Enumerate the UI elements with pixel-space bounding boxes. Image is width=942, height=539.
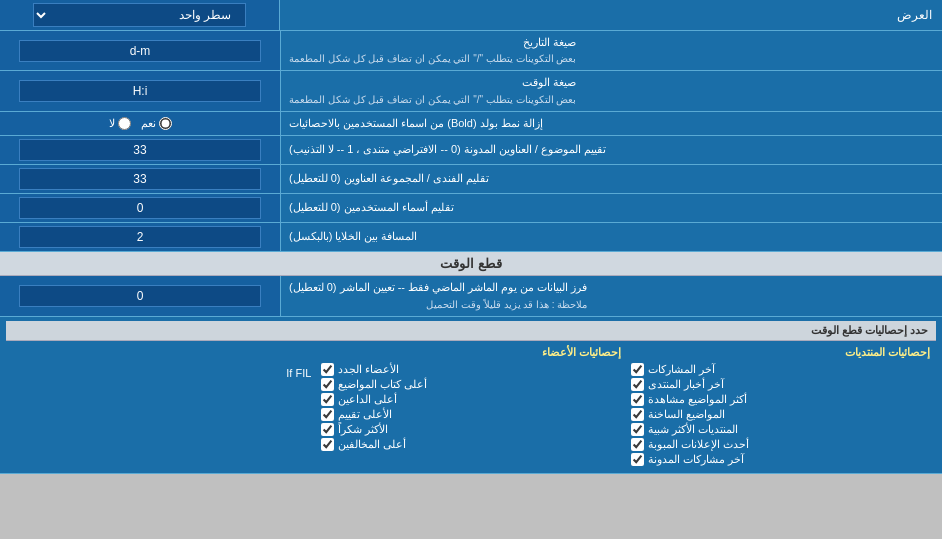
cb-top-inviters-input[interactable] bbox=[321, 393, 334, 406]
cut-time-row: فرز البيانات من يوم الماشر الماضي فقط --… bbox=[0, 276, 942, 316]
cb-top-violators: أعلى المخالفين bbox=[321, 437, 620, 452]
topic-order-row: تقييم الموضوع / العناوين المدونة (0 -- ا… bbox=[0, 136, 942, 165]
col-forums: إحصائيات المنتديات آخر المشاركات آخر أخب… bbox=[631, 346, 930, 467]
bold-remove-radio-cell: نعم لا bbox=[0, 112, 280, 135]
cb-most-viewed-input[interactable] bbox=[631, 393, 644, 406]
cell-spacing-label: المسافة بين الخلايا (بالبكسل) bbox=[280, 223, 942, 251]
date-format-input-cell bbox=[0, 31, 280, 70]
cut-time-input-cell bbox=[0, 276, 280, 315]
cell-spacing-row: المسافة بين الخلايا (بالبكسل) bbox=[0, 223, 942, 252]
cb-top-posters: أعلى كتاب المواضيع bbox=[321, 377, 620, 392]
time-format-input-cell bbox=[0, 71, 280, 110]
cb-forum-news-input[interactable] bbox=[631, 378, 644, 391]
forum-group-input[interactable] bbox=[19, 168, 260, 190]
cb-new-members-input[interactable] bbox=[321, 363, 334, 376]
radio-yes-label[interactable]: نعم bbox=[141, 117, 172, 130]
cb-ads-input[interactable] bbox=[631, 438, 644, 451]
cb-top-rated: الأعلى تقييم bbox=[321, 407, 620, 422]
cell-spacing-input-cell bbox=[0, 223, 280, 251]
cb-most-thanked-input[interactable] bbox=[321, 423, 334, 436]
cb-last-posts: آخر المشاركات bbox=[631, 362, 930, 377]
user-names-row: تقليم أسماء المستخدمين (0 للتعطيل) bbox=[0, 194, 942, 223]
forum-group-row: تقليم الفندى / المجموعة العناوين (0 للتع… bbox=[0, 165, 942, 194]
cut-section-header: قطع الوقت bbox=[0, 252, 942, 276]
cb-hot-topics: المواضيع الساخنة bbox=[631, 407, 930, 422]
cb-top-violators-input[interactable] bbox=[321, 438, 334, 451]
cb-blog-posts-input[interactable] bbox=[631, 453, 644, 466]
cb-most-thanked: الأكثر شكراً bbox=[321, 422, 620, 437]
checkboxes-header: حدد إحصاليات قطع الوقت bbox=[6, 321, 936, 341]
cb-top-rated-input[interactable] bbox=[321, 408, 334, 421]
cb-new-members: الأعضاء الجدد bbox=[321, 362, 620, 377]
if-fil-text: If FIL bbox=[12, 365, 311, 381]
user-names-input[interactable] bbox=[19, 197, 260, 219]
user-names-label: تقليم أسماء المستخدمين (0 للتعطيل) bbox=[280, 194, 942, 222]
cb-hot-topics-input[interactable] bbox=[631, 408, 644, 421]
forum-group-input-cell bbox=[0, 165, 280, 193]
topic-order-label: تقييم الموضوع / العناوين المدونة (0 -- ا… bbox=[280, 136, 942, 164]
cell-spacing-input[interactable] bbox=[19, 226, 260, 248]
main-container: العرض سطر واحد سطرين ثلاثة أسطر صيغة الت… bbox=[0, 0, 942, 474]
checkboxes-grid: إحصائيات المنتديات آخر المشاركات آخر أخب… bbox=[6, 344, 936, 469]
top-select-cell: سطر واحد سطرين ثلاثة أسطر bbox=[0, 0, 280, 30]
display-select[interactable]: سطر واحد سطرين ثلاثة أسطر bbox=[33, 3, 247, 27]
time-format-row: صيغة الوقت بعض التكوينات يتطلب "/" التي … bbox=[0, 71, 942, 111]
cb-last-posts-input[interactable] bbox=[631, 363, 644, 376]
col-empty: If FIL bbox=[12, 346, 311, 467]
col-empty-header bbox=[12, 346, 311, 362]
cb-top-inviters: أعلى الداعين bbox=[321, 392, 620, 407]
time-format-label: صيغة الوقت بعض التكوينات يتطلب "/" التي … bbox=[280, 71, 942, 110]
cb-similar-forums-input[interactable] bbox=[631, 423, 644, 436]
user-names-input-cell bbox=[0, 194, 280, 222]
cb-top-posters-input[interactable] bbox=[321, 378, 334, 391]
cb-most-viewed: أكثر المواضيع مشاهدة bbox=[631, 392, 930, 407]
col-forums-header: إحصائيات المنتديات bbox=[631, 346, 930, 359]
date-format-input[interactable] bbox=[19, 40, 260, 62]
radio-no-label[interactable]: لا bbox=[109, 117, 131, 130]
time-format-input[interactable] bbox=[19, 80, 260, 102]
cut-time-input[interactable] bbox=[19, 285, 260, 307]
radio-no[interactable] bbox=[118, 117, 131, 130]
radio-yes[interactable] bbox=[159, 117, 172, 130]
bold-remove-row: إزالة نمط بولد (Bold) من اسماء المستخدمي… bbox=[0, 112, 942, 136]
date-format-row: صيغة التاريخ بعض التكوينات يتطلب "/" الت… bbox=[0, 31, 942, 71]
col-members: إحصائيات الأعضاء الأعضاء الجدد أعلى كتاب… bbox=[321, 346, 620, 467]
cb-forum-news: آخر أخبار المنتدى bbox=[631, 377, 930, 392]
cb-blog-posts: آخر مشاركات المدونة bbox=[631, 452, 930, 467]
top-row: العرض سطر واحد سطرين ثلاثة أسطر bbox=[0, 0, 942, 31]
bold-remove-label: إزالة نمط بولد (Bold) من اسماء المستخدمي… bbox=[280, 112, 942, 135]
cb-similar-forums: المنتديات الأكثر شبية bbox=[631, 422, 930, 437]
top-label: العرض bbox=[280, 3, 942, 27]
topic-order-input-cell bbox=[0, 136, 280, 164]
date-format-label: صيغة التاريخ بعض التكوينات يتطلب "/" الت… bbox=[280, 31, 942, 70]
forum-group-label: تقليم الفندى / المجموعة العناوين (0 للتع… bbox=[280, 165, 942, 193]
cb-ads: أحدث الإعلانات المبوبة bbox=[631, 437, 930, 452]
topic-order-input[interactable] bbox=[19, 139, 260, 161]
cut-time-label: فرز البيانات من يوم الماشر الماضي فقط --… bbox=[280, 276, 942, 315]
col-members-header: إحصائيات الأعضاء bbox=[321, 346, 620, 359]
checkboxes-section: حدد إحصاليات قطع الوقت إحصائيات المنتديا… bbox=[0, 317, 942, 474]
